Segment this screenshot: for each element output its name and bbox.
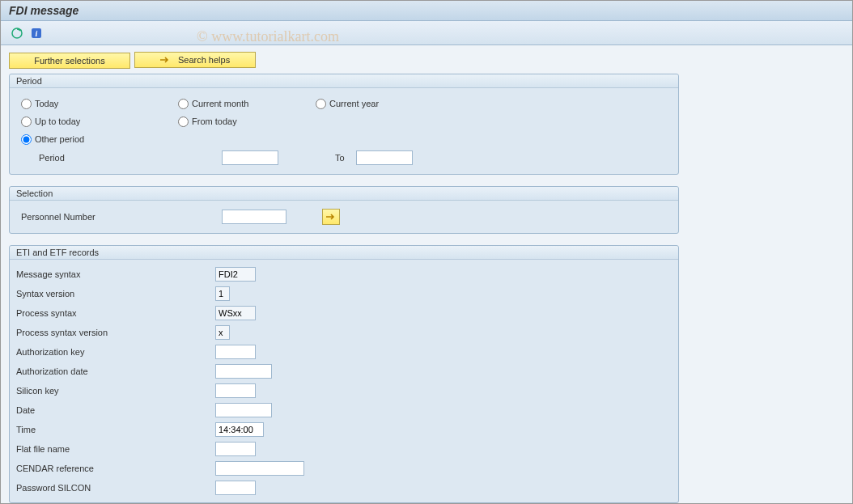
record-input[interactable] bbox=[215, 403, 272, 417]
record-input[interactable] bbox=[215, 325, 230, 340]
record-row: Message syntax bbox=[11, 265, 677, 284]
record-row: Time bbox=[11, 420, 677, 439]
search-helps-label: Search helps bbox=[178, 55, 230, 65]
radio-current-month[interactable]: Current month bbox=[178, 99, 316, 109]
record-row: CENDAR reference bbox=[11, 459, 677, 478]
record-label: Password SILCON bbox=[11, 483, 215, 493]
personnel-number-label: Personnel Number bbox=[21, 212, 222, 222]
button-row: Further selections Search helps bbox=[9, 52, 844, 69]
record-input[interactable] bbox=[215, 481, 256, 495]
record-row: Flat file name bbox=[11, 439, 677, 459]
record-input[interactable] bbox=[215, 306, 256, 320]
watermark: © www.tutorialkart.com bbox=[197, 28, 339, 45]
period-to-input[interactable] bbox=[356, 150, 413, 165]
record-input[interactable] bbox=[215, 286, 230, 301]
svg-text:i: i bbox=[36, 29, 38, 38]
record-input[interactable] bbox=[215, 461, 304, 476]
record-row: Syntax version bbox=[11, 284, 677, 303]
radio-up-to-today[interactable]: Up to today bbox=[21, 116, 178, 127]
period-to-label: To bbox=[335, 153, 345, 163]
record-row: Date bbox=[11, 400, 677, 420]
personnel-number-input[interactable] bbox=[222, 210, 286, 224]
info-icon[interactable]: i bbox=[28, 26, 45, 40]
record-input[interactable] bbox=[215, 442, 256, 456]
record-label: Authorization key bbox=[11, 347, 215, 357]
execute-icon[interactable] bbox=[9, 26, 25, 40]
radio-from-today[interactable]: From today bbox=[178, 116, 316, 127]
selection-panel: Selection Personnel Number bbox=[9, 186, 679, 234]
record-row: Process syntax bbox=[11, 303, 677, 323]
multiple-selection-button[interactable] bbox=[322, 209, 340, 225]
record-label: CENDAR reference bbox=[11, 464, 215, 473]
record-label: Date bbox=[11, 405, 215, 415]
further-selections-button[interactable]: Further selections bbox=[9, 53, 130, 69]
record-label: Syntax version bbox=[11, 289, 215, 299]
period-from-input[interactable] bbox=[222, 150, 278, 165]
record-label: Process syntax bbox=[11, 308, 215, 318]
record-label: Silicon key bbox=[11, 386, 215, 396]
period-label: Period bbox=[39, 153, 222, 163]
record-row: Process syntax version bbox=[11, 323, 677, 342]
period-title: Period bbox=[10, 74, 678, 88]
record-input[interactable] bbox=[215, 364, 272, 379]
record-row: Silicon key bbox=[11, 381, 677, 400]
records-panel: ETI and ETF records Message syntaxSyntax… bbox=[9, 245, 679, 503]
toolbar: i © www.tutorialkart.com bbox=[1, 21, 852, 45]
content-area: Further selections Search helps Period T… bbox=[1, 45, 852, 504]
record-label: Authorization date bbox=[11, 366, 215, 376]
record-row: Authorization date bbox=[11, 362, 677, 381]
radio-other-period[interactable]: Other period bbox=[21, 134, 178, 145]
record-input[interactable] bbox=[215, 383, 256, 398]
record-input[interactable] bbox=[215, 422, 264, 437]
record-label: Flat file name bbox=[11, 444, 215, 454]
radio-today[interactable]: Today bbox=[21, 99, 178, 109]
record-input[interactable] bbox=[215, 345, 256, 359]
radio-current-year[interactable]: Current year bbox=[316, 99, 453, 109]
svg-point-0 bbox=[12, 28, 22, 38]
page-title: FDI message bbox=[1, 1, 852, 21]
record-row: Authorization key bbox=[11, 342, 677, 362]
records-title: ETI and ETF records bbox=[10, 246, 678, 260]
record-label: Time bbox=[11, 425, 215, 434]
record-row: Password SILCON bbox=[11, 478, 677, 498]
record-label: Process syntax version bbox=[11, 328, 215, 337]
app-window: FDI message i © www.tutorialkart.com Fur… bbox=[0, 0, 853, 504]
record-label: Message syntax bbox=[11, 269, 215, 279]
record-input[interactable] bbox=[215, 267, 256, 282]
search-helps-button[interactable]: Search helps bbox=[134, 52, 256, 68]
selection-title: Selection bbox=[10, 187, 678, 201]
period-panel: Period Today Current month Current year … bbox=[9, 74, 679, 175]
